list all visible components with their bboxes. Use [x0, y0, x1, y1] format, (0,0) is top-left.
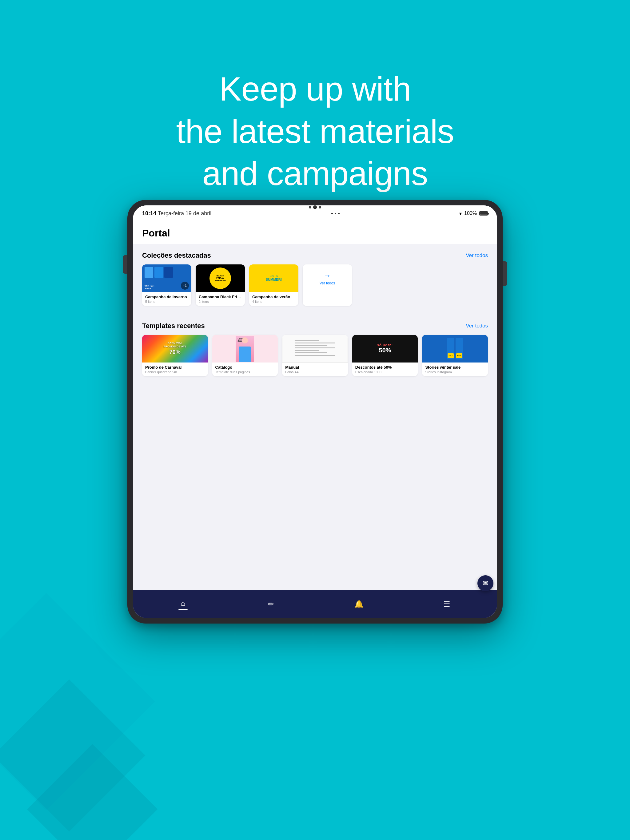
- descontos-hoje: SÓ HOJE!: [377, 344, 393, 347]
- nav-active-indicator: [179, 609, 188, 610]
- chat-button[interactable]: ✉: [477, 575, 494, 591]
- collections-section: Coleções destacadas Ver todos: [133, 244, 497, 306]
- collection-count-winter: 5 itens: [145, 300, 188, 303]
- template-card-carnaval[interactable]: CARNAVAL PROMOS DE ATÉ 70% Promo de Carn…: [142, 335, 208, 376]
- collection-info-blackfriday: Campanha Black Frid... 2 itens: [196, 292, 245, 306]
- template-sub-stories: Stories Instagram: [425, 370, 485, 374]
- template-thumb-manual: [282, 335, 348, 363]
- collection-card-blackfriday[interactable]: BLACK FRIDAY WEEKEND Campanha Black Frid…: [196, 264, 245, 306]
- battery-fill: [480, 212, 487, 215]
- template-sub-descontos: Escalonado 1000: [355, 370, 415, 374]
- templates-ver-todos-link[interactable]: Ver todos: [466, 323, 488, 329]
- template-sub-manual: Folha A4: [285, 370, 345, 374]
- catalogo-body: [239, 346, 251, 362]
- collections-header: Coleções destacadas Ver todos: [142, 251, 488, 259]
- bottom-nav: ⌂ ✏ 🔔 ☰: [133, 591, 497, 618]
- winter-label: WinterSALE: [144, 284, 154, 290]
- template-name-manual: Manual: [285, 365, 345, 369]
- front-sensor: [309, 206, 311, 208]
- template-thumb-descontos: SÓ HOJE! 50%: [352, 335, 418, 363]
- tablet-outer-frame: 10:14 Terça-feira 19 de abril ▾ 100%: [127, 200, 503, 624]
- collection-info-winter: Campanha de inverno 5 itens: [142, 292, 192, 306]
- hero-section: Keep up with the latest materials and ca…: [0, 68, 630, 195]
- manual-line-4: [295, 347, 335, 348]
- nav-item-menu[interactable]: ☰: [403, 597, 491, 608]
- stories-sale-2: SALE: [456, 353, 462, 358]
- status-time-date: 10:14 Terça-feira 19 de abril: [142, 210, 211, 217]
- manual-line-1: [295, 340, 319, 341]
- stories-item-2: SALE: [456, 338, 463, 359]
- descontos-percent: 50%: [379, 347, 391, 354]
- template-info-stories: Stories winter sale Stories Instagram: [422, 363, 488, 376]
- status-right: ▾ 100%: [459, 211, 488, 216]
- home-icon: ⌂: [181, 599, 185, 608]
- winter-books: [144, 267, 173, 278]
- camera-notch: [309, 205, 321, 209]
- manual-line-6: [295, 352, 327, 353]
- template-info-descontos: Descontos até 50% Escalonado 1000: [352, 363, 418, 376]
- nav-item-home[interactable]: ⌂: [139, 596, 227, 610]
- dot-2: [335, 213, 336, 214]
- catalogo-head: [242, 337, 248, 343]
- collection-thumb-blackfriday: BLACK FRIDAY WEEKEND: [196, 264, 245, 292]
- manual-line-2: [295, 343, 335, 343]
- stories-sale-1: SALE: [448, 353, 454, 358]
- bell-icon: 🔔: [355, 600, 364, 608]
- manual-line-3: [295, 345, 327, 346]
- template-thumb-carnaval: CARNAVAL PROMOS DE ATÉ 70%: [142, 335, 208, 363]
- template-name-descontos: Descontos até 50%: [355, 365, 415, 369]
- collections-ver-todos-link[interactable]: Ver todos: [466, 253, 488, 259]
- collection-count-summer: 4 itens: [252, 300, 295, 303]
- nav-item-edit[interactable]: ✏: [227, 597, 315, 608]
- book-2: [154, 267, 163, 278]
- plus-badge: +1: [181, 282, 189, 290]
- stories-sale-text-2: SALE: [457, 355, 461, 357]
- status-center-dots: [331, 213, 340, 214]
- templates-section: Templates recentes Ver todos CARNAVAL PR…: [133, 314, 497, 376]
- black-friday-text: BLACK FRIDAY WEEKEND: [215, 275, 226, 282]
- ver-todos-label: Ver todos: [320, 281, 335, 285]
- hero-line3: and campaigns: [202, 154, 427, 192]
- template-thumb-stories: SALE SALE: [422, 335, 488, 363]
- app-title: Portal: [142, 227, 488, 239]
- collection-count-blackfriday: 2 itens: [199, 300, 242, 303]
- summer-content: HELLO SUMMER!: [266, 275, 282, 281]
- front-camera: [313, 205, 317, 209]
- book-1: [144, 267, 153, 278]
- collection-card-vertodos[interactable]: → Ver todos: [303, 264, 352, 306]
- template-sub-catalogo: Template duas páginas: [215, 370, 275, 374]
- template-card-manual[interactable]: Manual Folha A4: [282, 335, 348, 376]
- status-time: 10:14: [142, 210, 156, 216]
- nav-item-notifications[interactable]: 🔔: [315, 597, 403, 608]
- front-sensor-2: [319, 206, 321, 208]
- app-header: Portal: [133, 221, 497, 244]
- collection-card-summer[interactable]: HELLO SUMMER! Campanha de verão 4 itens: [249, 264, 298, 306]
- manual-line-5: [295, 350, 319, 351]
- carnaval-text: CARNAVAL PROMOS DE ATÉ 70%: [164, 342, 187, 356]
- manual-line-7: [295, 355, 335, 356]
- collection-info-summer: Campanha de verão 4 itens: [249, 292, 298, 306]
- collection-thumb-winter: WinterSALE +1: [142, 264, 192, 292]
- manual-lines: [292, 338, 338, 360]
- hero-line2: the latest materials: [176, 112, 454, 150]
- dot-1: [331, 213, 333, 214]
- wifi-icon: ▾: [459, 211, 462, 216]
- templates-grid: CARNAVAL PROMOS DE ATÉ 70% Promo de Carn…: [142, 335, 488, 376]
- collection-thumb-summer: HELLO SUMMER!: [249, 264, 298, 292]
- template-card-descontos[interactable]: SÓ HOJE! 50% Descontos até 50% Escalonad…: [352, 335, 418, 376]
- template-card-catalogo[interactable]: Catálogo2022 Catálogo Template duas pági…: [212, 335, 278, 376]
- collection-card-winter[interactable]: WinterSALE +1 Campanha de inverno 5 iten…: [142, 264, 192, 306]
- collections-grid: WinterSALE +1 Campanha de inverno 5 iten…: [142, 264, 488, 306]
- template-card-stories[interactable]: SALE SALE Stories winter s: [422, 335, 488, 376]
- template-info-manual: Manual Folha A4: [282, 363, 348, 376]
- template-name-carnaval: Promo de Carnaval: [145, 365, 205, 369]
- tablet-device: 10:14 Terça-feira 19 de abril ▾ 100%: [127, 200, 503, 624]
- templates-title: Templates recentes: [142, 322, 205, 330]
- battery-icon: [479, 211, 488, 216]
- summer-text: SUMMER!: [266, 278, 282, 281]
- tablet-screen: 10:14 Terça-feira 19 de abril ▾ 100%: [133, 205, 497, 618]
- collection-thumb-vertodos: → Ver todos: [303, 264, 352, 292]
- book-3: [164, 267, 173, 278]
- template-name-stories: Stories winter sale: [425, 365, 485, 369]
- menu-icon: ☰: [443, 600, 450, 608]
